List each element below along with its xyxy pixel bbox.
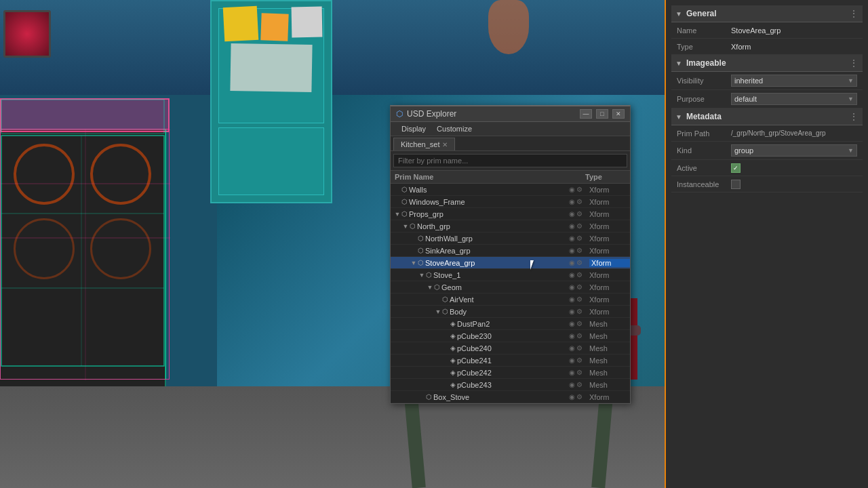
- eye-icon[interactable]: ◉: [569, 344, 575, 352]
- lock-icon[interactable]: ⚙: [576, 210, 583, 218]
- menu-customize[interactable]: Customize: [431, 123, 477, 134]
- node-name: Stove_1: [433, 271, 569, 279]
- menu-display[interactable]: Display: [396, 123, 431, 134]
- type-label: Xform: [589, 235, 630, 243]
- vis-icons: ◉ ⚙: [569, 369, 589, 376]
- prop-active-checkbox[interactable]: ✓: [731, 163, 741, 173]
- prop-kind-dropdown[interactable]: group ▼: [731, 144, 857, 157]
- vis-icons: ◉ ⚙: [569, 320, 589, 327]
- eye-icon[interactable]: ◉: [569, 210, 575, 218]
- eye-icon[interactable]: ◉: [569, 320, 575, 327]
- lock-icon[interactable]: ⚙: [576, 222, 583, 230]
- tree-row[interactable]: ▼ ⬡ Props_grp ◉ ⚙ Xform: [391, 208, 630, 220]
- eye-icon[interactable]: ◉: [569, 186, 575, 193]
- lock-icon[interactable]: ⚙: [576, 369, 583, 376]
- node-name: Geom: [441, 283, 569, 291]
- tree-row[interactable]: ◈ pCube241 ◉ ⚙ Mesh: [391, 354, 630, 367]
- tree-row[interactable]: ◈ pCube240 ◉ ⚙ Mesh: [391, 342, 630, 354]
- section-general-menu[interactable]: ⋮: [849, 8, 859, 19]
- lock-icon[interactable]: ⚙: [576, 308, 583, 315]
- filter-input[interactable]: [393, 154, 627, 167]
- node-name: Windows_Frame: [409, 198, 569, 206]
- eye-icon[interactable]: ◉: [569, 235, 575, 242]
- lock-icon[interactable]: ⚙: [576, 247, 583, 254]
- section-metadata-header[interactable]: ▼ Metadata ⋮: [671, 108, 863, 125]
- minimize-button[interactable]: —: [580, 109, 592, 119]
- tree-row[interactable]: ⬡ Windows_Frame ◉ ⚙ Xform: [391, 196, 630, 208]
- node-type-icon: ⬡: [434, 283, 440, 291]
- close-button[interactable]: ✕: [612, 109, 625, 119]
- section-imageable-arrow: ▼: [675, 60, 682, 67]
- lock-icon[interactable]: ⚙: [576, 320, 583, 327]
- window-title: USD Explorer: [407, 109, 576, 119]
- lock-icon[interactable]: ⚙: [576, 344, 583, 352]
- section-imageable-header[interactable]: ▼ Imageable ⋮: [671, 55, 863, 72]
- eye-icon[interactable]: ◉: [569, 271, 575, 279]
- tree-body[interactable]: ⬡ Walls ◉ ⚙ Xform ⬡ Windows_Frame ◉ ⚙ Xf…: [391, 184, 630, 403]
- maximize-button[interactable]: □: [596, 109, 608, 119]
- eye-icon[interactable]: ◉: [569, 198, 575, 205]
- lock-icon[interactable]: ⚙: [576, 393, 583, 401]
- node-type-icon: ◈: [450, 381, 456, 388]
- tree-row[interactable]: ⬡ NorthWall_grp ◉ ⚙ Xform: [391, 232, 630, 245]
- eye-icon[interactable]: ◉: [569, 369, 575, 376]
- vis-icons: ◉ ⚙: [569, 283, 589, 291]
- prop-active-row: Active ✓: [671, 160, 863, 176]
- prop-purpose-dropdown[interactable]: default ▼: [731, 93, 857, 105]
- prop-visibility-dropdown[interactable]: inherited ▼: [731, 75, 857, 87]
- section-metadata-menu[interactable]: ⋮: [849, 111, 859, 122]
- vis-icons: ◉ ⚙: [569, 198, 589, 205]
- tree-expander[interactable]: ▼: [434, 308, 442, 315]
- tree-expander[interactable]: ▼: [393, 211, 401, 218]
- tree-row[interactable]: ▼ ⬡ StoveArea_grp ◉ ⚙ Xform: [391, 257, 630, 269]
- tree-expander[interactable]: ▼: [426, 284, 434, 291]
- tree-row[interactable]: ◈ pCube243 ◉ ⚙ Mesh: [391, 379, 630, 391]
- tree-row[interactable]: ⬡ Walls ◉ ⚙ Xform: [391, 184, 630, 196]
- tree-row[interactable]: ◈ DustPan2 ◉ ⚙ Mesh: [391, 318, 630, 330]
- vis-icons: ◉ ⚙: [569, 332, 589, 340]
- eye-icon[interactable]: ◉: [569, 222, 575, 230]
- node-type-icon: ⬡: [418, 259, 424, 266]
- tab-close-icon[interactable]: ✕: [442, 141, 448, 148]
- tree-expander[interactable]: ▼: [410, 260, 418, 266]
- lock-icon[interactable]: ⚙: [576, 357, 583, 364]
- lock-icon[interactable]: ⚙: [576, 332, 583, 340]
- type-label: Xform: [589, 186, 630, 194]
- eye-icon[interactable]: ◉: [569, 283, 575, 291]
- type-label: Xform: [589, 283, 630, 291]
- lock-icon[interactable]: ⚙: [576, 186, 583, 193]
- tab-kitchen-set[interactable]: Kitchen_set ✕: [393, 138, 455, 150]
- tree-row[interactable]: ⬡ AirVent ◉ ⚙ Xform: [391, 293, 630, 306]
- lock-icon[interactable]: ⚙: [576, 259, 583, 266]
- tree-row[interactable]: ◈ pCube242 ◉ ⚙ Mesh: [391, 367, 630, 379]
- tree-row[interactable]: ⬡ SinkArea_grp ◉ ⚙ Xform: [391, 245, 630, 257]
- tree-row[interactable]: ⬡ Box_Stove ◉ ⚙ Xform: [391, 391, 630, 403]
- lock-icon[interactable]: ⚙: [576, 283, 583, 291]
- eye-icon[interactable]: ◉: [569, 332, 575, 340]
- lock-icon[interactable]: ⚙: [576, 296, 583, 303]
- menu-bar: Display Customize: [391, 122, 630, 136]
- node-name: DustPan2: [457, 320, 569, 328]
- eye-icon[interactable]: ◉: [569, 381, 575, 388]
- eye-icon[interactable]: ◉: [569, 259, 575, 266]
- lock-icon[interactable]: ⚙: [576, 198, 583, 205]
- tree-expander[interactable]: ▼: [418, 272, 426, 279]
- lock-icon[interactable]: ⚙: [576, 235, 583, 242]
- tree-row[interactable]: ▼ ⬡ Body ◉ ⚙ Xform: [391, 306, 630, 318]
- lock-icon[interactable]: ⚙: [576, 381, 583, 388]
- eye-icon[interactable]: ◉: [569, 308, 575, 315]
- tree-row[interactable]: ▼ ⬡ North_grp ◉ ⚙ Xform: [391, 220, 630, 232]
- tree-expander[interactable]: ▼: [401, 223, 410, 230]
- prop-instanceable-checkbox[interactable]: [731, 180, 741, 189]
- node-name: Props_grp: [409, 210, 569, 218]
- tree-row[interactable]: ▼ ⬡ Geom ◉ ⚙ Xform: [391, 281, 630, 293]
- eye-icon[interactable]: ◉: [569, 296, 575, 303]
- tree-row[interactable]: ▼ ⬡ Stove_1 ◉ ⚙ Xform: [391, 269, 630, 281]
- section-imageable-menu[interactable]: ⋮: [849, 58, 859, 68]
- eye-icon[interactable]: ◉: [569, 393, 575, 401]
- eye-icon[interactable]: ◉: [569, 247, 575, 254]
- eye-icon[interactable]: ◉: [569, 357, 575, 364]
- section-general-header[interactable]: ▼ General ⋮: [671, 5, 863, 22]
- lock-icon[interactable]: ⚙: [576, 271, 583, 279]
- tree-row[interactable]: ◈ pCube230 ◉ ⚙ Mesh: [391, 330, 630, 342]
